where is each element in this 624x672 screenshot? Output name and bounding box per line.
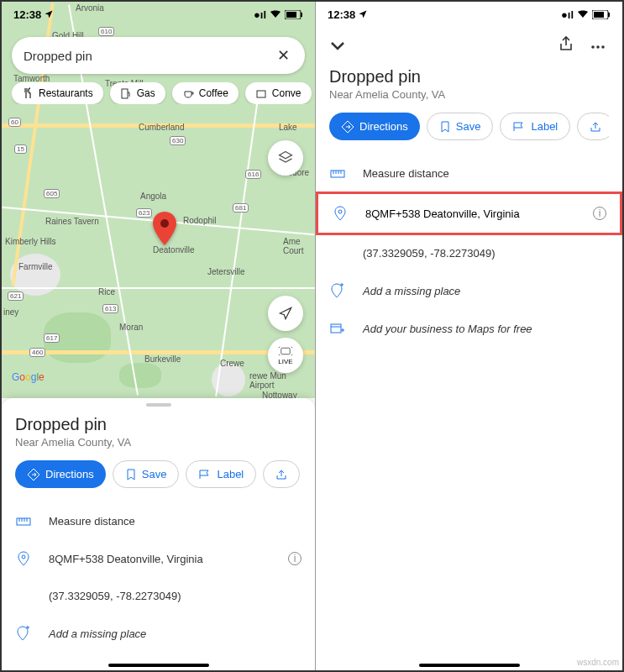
svg-rect-4 [122,89,128,98]
town-rodophil: Rodophil [183,216,216,225]
location-arrow-icon [44,9,54,19]
svg-point-14 [601,45,605,49]
plus-code-row[interactable]: 8QMF+538 Deatonville, Virginiai [15,539,302,578]
watermark: wsxdn.com [577,658,619,667]
chip-gas[interactable]: Gas [110,82,165,104]
svg-rect-10 [594,12,604,18]
bottom-sheet[interactable]: Dropped pin Near Amelia County, VA Direc… [2,398,315,670]
home-indicator[interactable] [108,664,209,667]
svg-rect-7 [17,518,30,525]
status-time: 12:38 [328,8,355,21]
svg-point-8 [22,555,25,559]
sheet-title: Dropped pin [15,415,302,434]
town-kimberly: Kimberly Hills [5,237,56,246]
signal-icon: ●ıl [254,8,266,21]
restaurant-icon [22,87,34,99]
google-logo: Google [12,371,45,383]
add-place-row[interactable]: Add a missing place [15,614,302,653]
svg-rect-11 [608,13,610,17]
svg-rect-17 [331,324,341,333]
save-button[interactable]: Save [113,460,180,488]
svg-point-0 [160,219,169,228]
svg-rect-2 [286,12,296,18]
add-business-row[interactable]: Add your business to Maps for free [329,310,609,347]
page-title: Dropped pin [329,67,609,87]
town-farmville: Farmville [18,262,53,271]
layers-button[interactable] [268,140,303,176]
pin-outline-icon [332,206,349,221]
search-text: Dropped pin [24,49,274,63]
drag-handle[interactable] [146,403,171,407]
location-arrow-icon [358,9,368,19]
coordinates-row[interactable]: (37.3329059, -78.2273049) [15,578,302,614]
share-button[interactable] [263,460,300,488]
sheet-subtitle: Near Amelia County, VA [15,436,302,449]
my-location-button[interactable] [268,296,303,331]
bookmark-icon [439,121,451,133]
directions-button[interactable]: Directions [15,460,106,488]
town-lake: Lake [279,123,297,132]
share-button[interactable] [555,32,577,59]
town-crewemun: rewe Mun Airport [249,371,291,390]
chip-coffee[interactable]: Coffee [172,82,239,104]
town-burkeville: Burkeville [144,354,181,364]
ruler-icon [15,516,32,528]
signal-icon: ●ıl [561,8,574,21]
layers-icon [277,150,294,166]
live-icon [278,345,293,357]
town-rice: Rice [98,287,115,297]
plus-code-row-highlighted[interactable]: 8QMF+538 Deatonville, Virginiai [316,192,622,235]
svg-point-16 [338,210,342,213]
town-moran: Moran [119,323,143,332]
town-angola: Angola [140,192,166,201]
chip-convenience[interactable]: Conve [245,82,312,104]
gas-icon [120,87,132,99]
town-nottoway: Nottoway [262,391,297,398]
info-icon[interactable]: i [593,207,606,220]
pin-outline-icon [15,551,32,566]
clear-search-icon[interactable]: ✕ [274,43,293,68]
coordinates-row[interactable]: (37.3329059, -78.2273049) [329,235,609,271]
label-button[interactable]: Label [186,460,256,488]
town-cumberland: Cumberland [139,123,184,132]
coffee-icon [182,87,194,99]
svg-rect-15 [331,171,344,177]
battery-icon [285,10,303,19]
page-subtitle: Near Amelia County, VA [329,88,609,101]
home-indicator[interactable] [419,664,520,667]
svg-point-13 [596,45,600,49]
svg-rect-5 [257,91,265,97]
chip-restaurants[interactable]: Restaurants [12,82,103,104]
bookmark-icon [125,469,137,480]
share-icon [275,469,287,480]
svg-point-12 [591,45,595,49]
town-jetersville: Jetersville [207,267,244,276]
add-place-row[interactable]: Add a missing place [329,271,609,310]
collapse-chevron-icon[interactable] [329,36,346,55]
save-button[interactable]: Save [427,113,494,140]
share-button-pill[interactable] [577,113,609,140]
directions-icon [27,468,40,481]
store-icon [255,87,267,99]
directions-icon [341,120,354,134]
status-time: 12:38 [13,8,41,21]
town-amecourt: Ame Court [283,237,315,255]
measure-distance-row[interactable]: Measure distance [15,503,302,539]
town-raines: Raines Tavern [45,217,99,226]
ruler-icon [329,168,346,180]
more-menu-icon[interactable] [587,34,609,56]
measure-distance-row[interactable]: Measure distance [329,155,609,192]
label-button[interactable]: Label [500,113,570,140]
town-iney: iney [3,307,18,317]
flag-icon [512,122,526,132]
add-place-icon [15,626,32,641]
dropped-pin-marker[interactable] [153,212,176,249]
wifi-icon [577,9,589,19]
add-place-icon [329,283,346,298]
town-crewe: Crewe [220,359,244,368]
info-icon[interactable]: i [288,552,302,565]
directions-button[interactable]: Directions [329,113,420,140]
svg-rect-6 [281,348,291,354]
live-view-button[interactable]: LIVE [268,338,303,373]
search-bar[interactable]: Dropped pin ✕ [12,37,305,74]
